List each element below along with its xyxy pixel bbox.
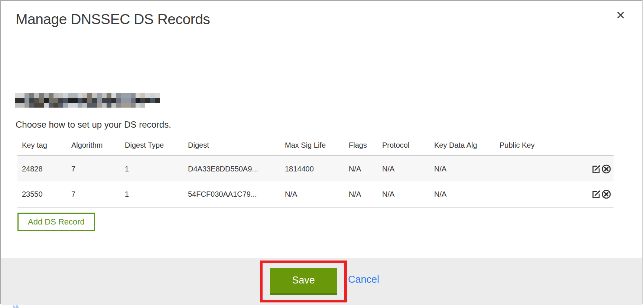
column-header-actions	[580, 135, 614, 156]
cancel-link[interactable]: Cancel	[348, 274, 379, 285]
table-cell: N/A	[344, 181, 378, 207]
table-cell: N/A	[378, 181, 430, 207]
table-cell: 7	[67, 181, 120, 207]
modal-title: Manage DNSSEC DS Records	[16, 11, 210, 27]
background-page-remnant	[11, 305, 24, 308]
edit-record-icon[interactable]	[591, 189, 601, 199]
table-cell: 7	[67, 156, 120, 181]
column-header: Flags	[344, 135, 378, 156]
table-cell: N/A	[344, 156, 378, 181]
dnssec-modal: Manage DNSSEC DS Records ✕ Choose how to…	[0, 0, 643, 304]
edit-record-icon[interactable]	[591, 164, 601, 174]
ds-records-table: Key tagAlgorithmDigest TypeDigestMax Sig…	[17, 135, 614, 207]
column-header: Digest Type	[120, 135, 183, 156]
table-cell: 23550	[17, 181, 67, 207]
table-cell: N/A	[430, 181, 495, 207]
table-cell: 54FCF030AA1C79...	[183, 181, 280, 207]
table-row: 2482871D4A33E8DD550A9...1814400N/AN/AN/A	[17, 156, 614, 181]
table-cell: 1	[120, 156, 183, 181]
table-cell: N/A	[430, 156, 495, 181]
instruction-text: Choose how to set up your DS records.	[16, 119, 171, 130]
column-header: Key tag	[17, 135, 67, 156]
table-cell: 1814400	[280, 156, 344, 181]
column-header: Max Sig Life	[280, 135, 344, 156]
delete-record-icon[interactable]	[601, 189, 611, 199]
row-actions	[580, 181, 614, 207]
table-cell: 1	[120, 181, 183, 207]
table-cell	[495, 181, 580, 207]
modal-footer: Save Cancel	[1, 258, 642, 305]
column-header: Public Key	[495, 135, 580, 156]
table-cell: N/A	[280, 181, 344, 207]
column-header: Protocol	[378, 135, 430, 156]
row-actions	[580, 156, 614, 181]
table-row: 235507154FCF030AA1C79...N/AN/AN/AN/A	[17, 181, 614, 207]
table-cell: 24828	[17, 156, 67, 181]
close-icon[interactable]: ✕	[616, 10, 625, 21]
annotation-highlight-box: Save	[260, 261, 347, 302]
delete-record-icon[interactable]	[601, 164, 611, 174]
save-button[interactable]: Save	[270, 268, 337, 295]
column-header: Algorithm	[67, 135, 120, 156]
column-header: Digest	[183, 135, 280, 156]
table-cell	[495, 156, 580, 181]
ds-table-body: 2482871D4A33E8DD550A9...1814400N/AN/AN/A…	[17, 156, 614, 207]
column-header: Key Data Alg	[430, 135, 495, 156]
add-ds-record-button[interactable]: Add DS Record	[17, 213, 95, 231]
redacted-domain-name	[15, 93, 160, 108]
table-cell: N/A	[378, 156, 430, 181]
table-header-row: Key tagAlgorithmDigest TypeDigestMax Sig…	[17, 135, 614, 156]
table-cell: D4A33E8DD550A9...	[183, 156, 280, 181]
